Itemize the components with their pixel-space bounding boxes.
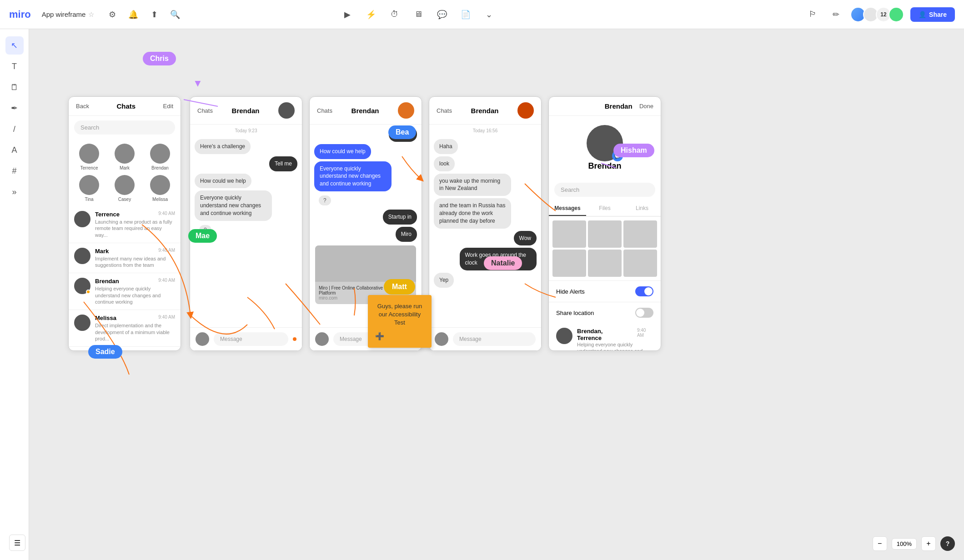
- media-thumb-6[interactable]: [623, 250, 657, 277]
- phone4-timestamp: Today 16:56: [429, 125, 541, 137]
- phone4-chats[interactable]: Chats: [437, 107, 452, 114]
- phone1-avatar-row2: Tina Casey Melissa: [69, 175, 181, 206]
- frame-tool[interactable]: #: [5, 162, 24, 180]
- phone4-russia: and the team in Russia has already done …: [434, 198, 537, 228]
- more-tools[interactable]: »: [5, 183, 24, 201]
- phone1-title: Chats: [89, 102, 163, 110]
- avatar-casey[interactable]: Casey: [115, 175, 135, 202]
- chris-arrow: ▲: [193, 78, 203, 90]
- phone5-search[interactable]: Search: [554, 183, 655, 197]
- share-location-row: Share location: [549, 302, 661, 323]
- profile-chat-item[interactable]: Brendan, Terrence 9:40 AM Helping everyo…: [549, 323, 661, 351]
- bottom-bar: − 100% + ?: [873, 536, 955, 551]
- avatar-tina[interactable]: Tina: [79, 175, 99, 202]
- app-title: App wireframe ☆: [42, 10, 95, 19]
- profile-name: Brendan: [549, 161, 661, 171]
- topbar-center: ▶ ⚡ ⏱ 🖥 💬 📄 ⌄: [339, 6, 497, 23]
- share-icon: 👤: [919, 11, 926, 18]
- line-tool[interactable]: /: [5, 120, 24, 138]
- phone-chat-2: Chats Brendan Today 9:23 Here's a challe…: [190, 96, 302, 351]
- phone4-title: Brendan: [452, 107, 517, 115]
- phone3-chats[interactable]: Chats: [317, 107, 332, 114]
- sidebar-toggle[interactable]: ☰: [9, 535, 25, 551]
- phone2-input[interactable]: Message: [214, 332, 288, 346]
- avatar-brendan[interactable]: Brendan: [150, 144, 170, 170]
- star-icon[interactable]: ☆: [88, 10, 94, 19]
- phone-chat-4: Chats Brendan Today 16:56 Haha look you …: [429, 96, 542, 351]
- chat-brendan[interactable]: Brendan9:40 AM Helping everyone quickly …: [69, 273, 181, 310]
- text-tool[interactable]: T: [5, 57, 24, 75]
- phone4-input[interactable]: Message: [453, 332, 536, 346]
- user-label-mae: Mae: [188, 229, 217, 243]
- search-icon[interactable]: 🔍: [169, 8, 181, 21]
- topbar-right: 🏳 ✏ 12 👤 Share: [805, 6, 955, 23]
- cursor-icon[interactable]: ✏: [828, 6, 844, 23]
- phone2-timestamp: Today 9:23: [190, 125, 302, 137]
- phone5-done[interactable]: Done: [639, 103, 653, 110]
- lightning-icon[interactable]: ⚡: [363, 6, 379, 23]
- hide-alerts-toggle[interactable]: [635, 286, 653, 296]
- pen-tool[interactable]: ✒: [5, 99, 24, 117]
- chat-mark[interactable]: Mark9:40 AM Implement many new ideas and…: [69, 243, 181, 274]
- phone4-nz: you wake up the morning in New Zealand: [434, 174, 537, 196]
- chevron-down-icon[interactable]: ⌄: [481, 6, 497, 23]
- screen-icon[interactable]: 🖥: [410, 6, 427, 23]
- flag-icon[interactable]: 🏳: [805, 6, 821, 23]
- shapes-tool[interactable]: A: [5, 141, 24, 159]
- msg-tell-me: Tell me: [195, 156, 297, 171]
- help-button[interactable]: ?: [940, 536, 955, 551]
- phone1-back[interactable]: Back: [76, 103, 89, 110]
- phone5-title: Brendan: [597, 102, 639, 110]
- tab-files[interactable]: Files: [586, 201, 623, 216]
- avatar-mark[interactable]: Mark: [115, 144, 135, 170]
- doc-icon[interactable]: 📄: [457, 6, 474, 23]
- phone3-question: ?: [314, 194, 417, 207]
- sticky-tool[interactable]: 🗒: [5, 78, 24, 96]
- bell-icon[interactable]: 🔔: [127, 8, 140, 21]
- phone3-title: Brendan: [332, 107, 398, 115]
- chat-terrence[interactable]: Terrence9:40 AM Launching a new product …: [69, 206, 181, 243]
- canvas[interactable]: Chris ▲ Mae ▶ Sadie ▶ Matt ▲ Bea ▶ Hisha…: [29, 29, 964, 560]
- profile-chat-name: Brendan, Terrence: [577, 328, 628, 341]
- share-location-toggle[interactable]: [635, 308, 653, 318]
- timer-icon[interactable]: ⏱: [387, 6, 403, 23]
- zoom-in-button[interactable]: +: [921, 536, 936, 551]
- profile-chat-info: Brendan, Terrence 9:40 AM Helping everyo…: [577, 328, 653, 351]
- avatar-terrence[interactable]: Terrence: [79, 144, 99, 170]
- profile-chat-avatar: [556, 328, 572, 344]
- settings-icon[interactable]: ⚙: [106, 8, 119, 21]
- avatar-melissa[interactable]: Melissa: [150, 175, 170, 202]
- phone2-title: Brendan: [213, 107, 278, 115]
- media-thumb-2[interactable]: [588, 220, 622, 248]
- user-label-bea: Bea: [388, 125, 416, 139]
- left-toolbar: ↖ T 🗒 ✒ / A # » ↩: [0, 29, 29, 560]
- miro-logo[interactable]: miro: [9, 9, 31, 20]
- arrow-icon[interactable]: ▶: [339, 6, 356, 23]
- tab-messages[interactable]: Messages: [549, 201, 586, 216]
- chat-tina[interactable]: Tina9:40 AM: [69, 347, 181, 351]
- phone-profile: Brendan Done 💬 6 Brendan Search Messages…: [548, 96, 661, 351]
- profile-chat-preview: Helping everyone quickly understand new …: [577, 341, 653, 351]
- video-icon[interactable]: 💬: [434, 6, 450, 23]
- phone4-look: look: [434, 156, 537, 171]
- phone3-miro: Miro: [314, 227, 417, 242]
- phone1-search[interactable]: Search: [74, 120, 175, 135]
- msg-heres-challenge: Here's a challenge: [195, 139, 297, 154]
- phone1-avatar-row: Terrence Mark Brendan: [69, 139, 181, 175]
- tab-links[interactable]: Links: [623, 201, 661, 216]
- media-thumb-1[interactable]: [552, 220, 586, 248]
- media-thumb-3[interactable]: [623, 220, 657, 248]
- media-thumb-4[interactable]: [552, 250, 586, 277]
- phone2-chats[interactable]: Chats: [197, 107, 213, 114]
- cursor-tool[interactable]: ↖: [5, 36, 24, 55]
- phone1-edit[interactable]: Edit: [163, 103, 173, 110]
- chat-melissa[interactable]: Melissa9:40 AM Direct implementation and…: [69, 310, 181, 347]
- sticky-emoji: ➕: [375, 332, 424, 340]
- user-label-hisham: Hisham: [613, 144, 654, 157]
- media-thumb-5[interactable]: [588, 250, 622, 277]
- share-button[interactable]: 👤 Share: [910, 7, 955, 22]
- upload-icon[interactable]: ⬆: [148, 8, 161, 21]
- topbar: miro App wireframe ☆ ⚙ 🔔 ⬆ 🔍 ▶ ⚡ ⏱ 🖥 💬 📄…: [0, 0, 964, 29]
- user-label-natalie: Natalie: [484, 256, 522, 270]
- zoom-out-button[interactable]: −: [873, 536, 887, 551]
